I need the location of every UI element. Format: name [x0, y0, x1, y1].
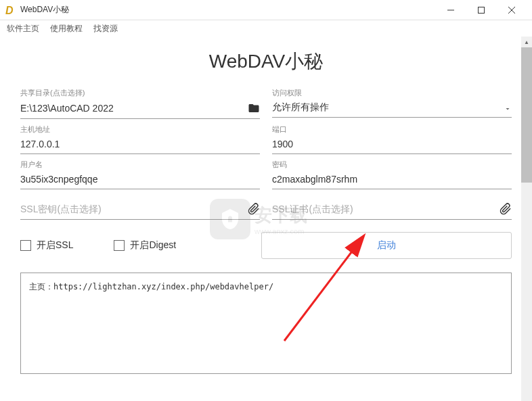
menu-home[interactable]: 软件主页 — [3, 22, 43, 36]
ssl-key-field — [20, 200, 260, 220]
scroll-thumb[interactable] — [521, 47, 532, 183]
close-button[interactable] — [496, 1, 527, 20]
host-input[interactable] — [20, 139, 260, 149]
password-label: 密码 — [272, 160, 512, 170]
window-title: WebDAV小秘 — [20, 4, 435, 16]
port-label: 端口 — [272, 124, 512, 135]
digest-checkbox-label: 开启Digest — [130, 239, 176, 252]
host-field: 主机地址 — [20, 124, 260, 154]
share-dir-input[interactable] — [20, 103, 248, 114]
username-field: 用户名 — [20, 160, 260, 189]
page-title: WebDAV小秘 — [20, 49, 512, 74]
port-input[interactable] — [272, 139, 512, 149]
start-button[interactable]: 启动 — [261, 232, 512, 259]
access-perm-label: 访问权限 — [272, 88, 512, 98]
digest-checkbox-group: 开启Digest — [114, 239, 176, 252]
ssl-checkbox-label: 开启SSL — [37, 239, 73, 252]
vertical-scrollbar[interactable]: ▲ — [521, 37, 532, 401]
window-controls — [435, 1, 527, 20]
app-icon: D — [5, 5, 16, 16]
password-input[interactable] — [272, 174, 512, 185]
scroll-up-icon[interactable]: ▲ — [521, 37, 532, 47]
ssl-key-input[interactable] — [20, 204, 248, 214]
attach-icon[interactable] — [248, 203, 260, 215]
log-output: 主页：https://lightzhan.xyz/index.php/webda… — [20, 273, 512, 374]
port-field: 端口 — [272, 124, 512, 154]
digest-checkbox[interactable] — [114, 240, 125, 251]
dropdown-arrow-icon[interactable] — [504, 103, 512, 112]
folder-icon[interactable] — [248, 102, 260, 114]
username-label: 用户名 — [20, 160, 260, 170]
password-field: 密码 — [272, 160, 512, 189]
share-dir-field: 共享目录(点击选择) — [20, 88, 260, 119]
menubar: 软件主页 使用教程 找资源 — [0, 20, 532, 37]
main-content: WebDAV小秘 共享目录(点击选择) 访问权限 — [0, 37, 532, 401]
ssl-cert-field — [272, 200, 512, 220]
menu-tutorial[interactable]: 使用教程 — [46, 22, 87, 36]
menu-resources[interactable]: 找资源 — [89, 22, 122, 36]
host-label: 主机地址 — [20, 124, 260, 135]
username-input[interactable] — [20, 174, 260, 185]
ssl-cert-input[interactable] — [272, 204, 500, 214]
log-line: 主页：https://lightzhan.xyz/index.php/webda… — [29, 282, 273, 291]
svg-rect-1 — [478, 7, 484, 13]
attach-icon[interactable] — [500, 203, 512, 215]
titlebar: D WebDAV小秘 — [0, 0, 532, 20]
maximize-button[interactable] — [466, 1, 496, 20]
access-perm-field: 访问权限 — [272, 88, 512, 119]
share-dir-label: 共享目录(点击选择) — [20, 88, 260, 98]
access-perm-select[interactable] — [272, 102, 504, 113]
minimize-button[interactable] — [435, 1, 466, 20]
ssl-checkbox[interactable] — [20, 240, 31, 251]
ssl-checkbox-group: 开启SSL — [20, 239, 73, 252]
